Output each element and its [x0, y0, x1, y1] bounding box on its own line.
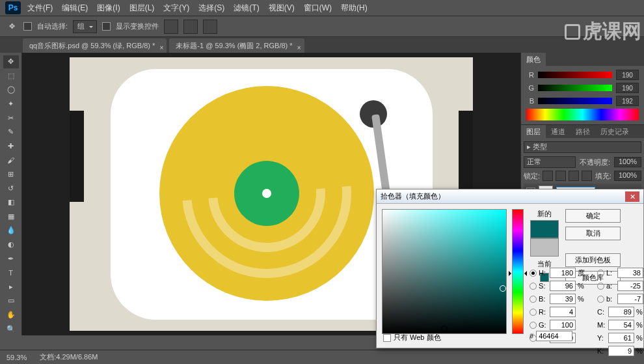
web-colors-checkbox[interactable]: [383, 334, 391, 342]
dialog-close-button[interactable]: ✕: [625, 191, 639, 202]
auto-select-checkbox[interactable]: [23, 22, 32, 31]
menu-help[interactable]: 帮助(H): [341, 3, 368, 14]
heal-tool[interactable]: ✚: [3, 140, 19, 153]
r-label: R: [526, 71, 534, 79]
auto-select-label: 自动选择:: [37, 21, 68, 31]
channels-tab[interactable]: 通道: [546, 125, 570, 138]
b-input[interactable]: [617, 294, 643, 304]
s-radio[interactable]: [530, 283, 537, 290]
h-input[interactable]: [550, 268, 576, 278]
shape-tool[interactable]: ▭: [3, 294, 19, 307]
brush-tool[interactable]: 🖌: [3, 154, 19, 167]
g-radio[interactable]: [530, 322, 537, 329]
r-input[interactable]: [550, 307, 576, 317]
move-tool[interactable]: ✥: [3, 55, 19, 68]
bv-input[interactable]: [550, 294, 576, 304]
align-icon[interactable]: [203, 20, 217, 34]
crop-tool[interactable]: ✂: [3, 111, 19, 124]
menu-image[interactable]: 图像(I): [97, 3, 120, 14]
color-field[interactable]: [382, 209, 507, 334]
c-input[interactable]: [608, 307, 634, 317]
s-input[interactable]: [550, 281, 576, 291]
zoom-readout[interactable]: 59.3%: [7, 354, 27, 361]
a-radio[interactable]: [597, 283, 604, 290]
history-tab[interactable]: 历史记录: [595, 125, 634, 138]
bv-radio[interactable]: [530, 296, 537, 303]
lasso-tool[interactable]: ◯: [3, 83, 19, 96]
r-radio[interactable]: [530, 309, 537, 316]
lock-pixels-icon[interactable]: [556, 171, 566, 181]
hand-tool[interactable]: ✋: [3, 309, 19, 322]
new-color-label: 新的: [537, 209, 552, 219]
g-slider[interactable]: [538, 85, 612, 91]
color-tab[interactable]: 颜色: [521, 53, 546, 66]
color-field-cursor: [500, 285, 506, 292]
paths-tab[interactable]: 路径: [570, 125, 595, 138]
ok-button[interactable]: 确定: [565, 209, 621, 223]
spectrum-strip[interactable]: [526, 109, 639, 120]
hue-slider[interactable]: [512, 209, 524, 334]
show-transform-checkbox[interactable]: [102, 22, 111, 31]
wand-tool[interactable]: ✦: [3, 98, 19, 111]
eyedropper-tool[interactable]: ✎: [3, 126, 19, 139]
blur-tool[interactable]: 💧: [3, 224, 19, 237]
artwork-bar: [459, 111, 473, 202]
cancel-button[interactable]: 取消: [565, 227, 621, 240]
opacity-label: 不透明度:: [580, 158, 610, 167]
b-input[interactable]: [616, 96, 639, 106]
g-input[interactable]: [550, 320, 576, 330]
lock-all-icon[interactable]: [582, 171, 592, 181]
g-input[interactable]: [616, 83, 639, 93]
menu-window[interactable]: 窗口(W): [304, 3, 332, 14]
marquee-tool[interactable]: ⬚: [3, 70, 19, 83]
r-slider[interactable]: [538, 72, 612, 78]
align-icon[interactable]: [183, 20, 198, 34]
eraser-tool[interactable]: ◧: [3, 196, 19, 209]
r-input[interactable]: [616, 70, 639, 80]
zoom-tool[interactable]: 🔍: [3, 322, 19, 335]
menu-view[interactable]: 视图(V): [269, 3, 295, 14]
gradient-tool[interactable]: ▦: [3, 210, 19, 223]
fill-input[interactable]: 100%: [614, 171, 641, 181]
m-input[interactable]: [608, 320, 634, 330]
opacity-input[interactable]: 100%: [614, 157, 641, 167]
b-slider[interactable]: [538, 98, 612, 104]
blend-mode-select[interactable]: 正常: [524, 156, 576, 168]
l-input[interactable]: [617, 268, 643, 278]
auto-select-dropdown[interactable]: 组: [73, 20, 97, 33]
hex-prefix: #: [530, 332, 533, 340]
lock-position-icon[interactable]: [569, 171, 579, 181]
add-swatch-button[interactable]: 添加到色板: [565, 253, 621, 267]
k-input[interactable]: [608, 346, 634, 356]
stamp-tool[interactable]: ⊞: [3, 168, 19, 181]
path-select-tool[interactable]: ▸: [3, 281, 19, 294]
l-radio[interactable]: [597, 270, 604, 277]
pen-tool[interactable]: ✒: [3, 252, 19, 265]
dodge-tool[interactable]: ◐: [3, 238, 19, 251]
document-tab[interactable]: 未标题-1 @ 59.3% (椭圆 2, RGB/8) *×: [169, 38, 304, 53]
options-bar: ✥ 自动选择: 组 显示变换控件: [0, 16, 644, 37]
dialog-titlebar[interactable]: 拾色器（填充颜色） ✕: [377, 189, 643, 204]
h-radio[interactable]: [530, 270, 537, 277]
type-tool[interactable]: T: [3, 266, 19, 279]
a-input[interactable]: [617, 281, 643, 291]
artwork-bar: [70, 111, 84, 202]
b-label: b:: [606, 295, 615, 303]
layer-kind-filter[interactable]: ▸ 类型: [524, 141, 641, 153]
y-input[interactable]: [608, 333, 634, 343]
lock-transparency-icon[interactable]: [543, 171, 553, 181]
history-brush-tool[interactable]: ↺: [3, 182, 19, 195]
hex-input[interactable]: [536, 331, 572, 341]
menu-file[interactable]: 文件(F): [27, 3, 53, 14]
layers-tab[interactable]: 图层: [521, 125, 546, 138]
align-icon[interactable]: [164, 20, 178, 34]
current-color-swatch[interactable]: [530, 238, 559, 257]
menu-edit[interactable]: 编辑(E): [62, 3, 88, 14]
document-tab[interactable]: qq音乐图标.psd @ 59.3% (绿, RGB/8) *×: [23, 38, 167, 53]
menu-filter[interactable]: 滤镜(T): [234, 3, 259, 14]
menu-text[interactable]: 文字(Y): [163, 3, 189, 14]
lock-label: 锁定:: [524, 171, 540, 181]
menu-layer[interactable]: 图层(L): [129, 3, 155, 14]
b-radio[interactable]: [597, 296, 604, 303]
menu-select[interactable]: 选择(S): [198, 3, 224, 14]
